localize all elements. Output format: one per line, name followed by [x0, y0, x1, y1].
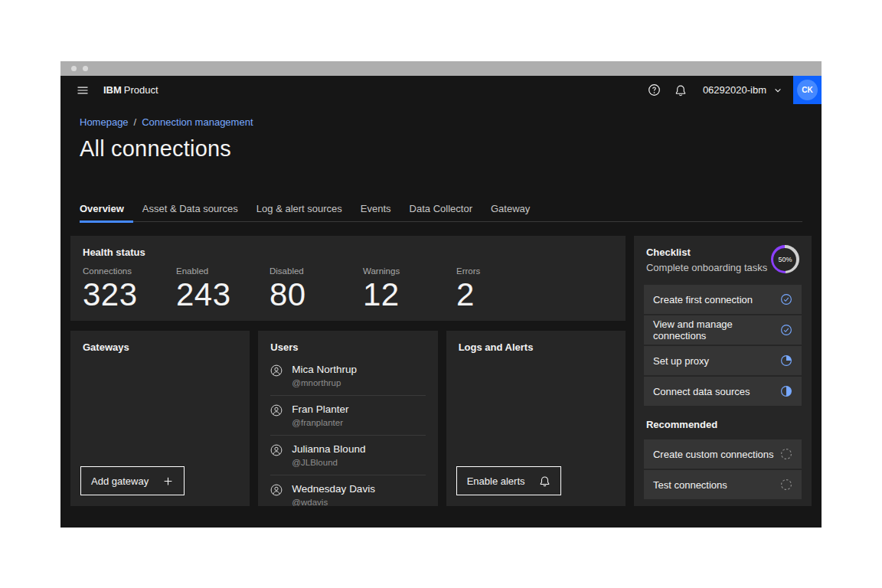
- user-handle: @JLBlound: [292, 458, 365, 467]
- user-list-item[interactable]: Mica Northrup @mnorthrup: [270, 356, 425, 395]
- checklist-item-create-custom-connections[interactable]: Create custom connections: [644, 439, 802, 469]
- health-metrics: Connections 323 Enabled 243 Disabled 80: [83, 266, 613, 313]
- person-circle-icon: [270, 484, 283, 496]
- enable-alerts-button[interactable]: Enable alerts: [456, 466, 561, 495]
- checklist-item-create-first-connection[interactable]: Create first connection: [644, 285, 802, 314]
- tab-log-alert-sources[interactable]: Log & alert sources: [247, 200, 351, 223]
- user-handle: @wdavis: [292, 498, 375, 506]
- app: IBMProduct 06292020-ibm CK H: [60, 76, 822, 528]
- progress-percent: 50%: [773, 248, 796, 271]
- main-content: Homepage/Connection management All conne…: [60, 116, 822, 506]
- user-handle: @mnorthrup: [292, 378, 357, 387]
- user-handle: @franplanter: [292, 418, 348, 427]
- help-button[interactable]: [642, 76, 668, 104]
- page-title: All connections: [80, 136, 802, 162]
- dashed-circle-icon: [780, 479, 792, 491]
- user-name: Fran Planter: [292, 403, 348, 415]
- tab-asset-data-sources[interactable]: Asset & Data sources: [133, 200, 247, 223]
- bell-icon: [539, 475, 550, 487]
- brand-prefix: IBM: [103, 84, 122, 96]
- progress-ring: 50%: [771, 245, 799, 273]
- checklist-item-connect-data-sources[interactable]: Connect data sources: [644, 377, 802, 406]
- person-circle-icon: [270, 404, 283, 416]
- header-actions: 06292020-ibm CK: [642, 76, 822, 104]
- window-control-dot[interactable]: [71, 66, 77, 71]
- logs-alerts-title: Logs and Alerts: [459, 341, 613, 353]
- metric-enabled: Enabled 243: [176, 266, 270, 313]
- breadcrumb-separator: /: [134, 116, 137, 128]
- avatar: CK: [797, 80, 818, 100]
- recommended-label: Recommended: [646, 419, 799, 430]
- checklist-item-test-connections[interactable]: Test connections: [644, 470, 802, 499]
- app-header: IBMProduct 06292020-ibm CK: [60, 76, 822, 104]
- account-name: 06292020-ibm: [703, 84, 766, 96]
- brand[interactable]: IBMProduct: [103, 84, 158, 96]
- checklist-subtitle: Complete onboarding tasks: [646, 262, 767, 273]
- avatar-button[interactable]: CK: [793, 76, 822, 104]
- check-circle-icon: [780, 324, 792, 336]
- metric-connections: Connections 323: [83, 266, 176, 313]
- tab-overview[interactable]: Overview: [80, 200, 133, 223]
- tab-data-collector[interactable]: Data Collector: [400, 200, 482, 223]
- bell-icon: [675, 84, 687, 96]
- metric-warnings: Warnings 12: [363, 266, 456, 313]
- user-name: Wednesday Davis: [292, 483, 375, 495]
- partial-circle-icon: [780, 354, 792, 367]
- user-list-item[interactable]: Julianna Blound @JLBlound: [270, 435, 425, 475]
- users-title: Users: [270, 341, 425, 353]
- user-list-item[interactable]: Wednesday Davis @wdavis: [270, 475, 425, 506]
- dashed-circle-icon: [780, 448, 792, 460]
- health-status-card: Health status Connections 323 Enabled 24…: [70, 236, 626, 321]
- brand-product-name: Product: [124, 84, 158, 96]
- checklist-item-view-manage-connections[interactable]: View and manage connections: [644, 315, 802, 345]
- health-status-title: Health status: [83, 247, 613, 258]
- checklist-card: Checklist Complete onboarding tasks 50% …: [634, 236, 812, 506]
- user-name: Mica Northrup: [292, 364, 357, 375]
- tab-bar: Overview Asset & Data sources Log & aler…: [80, 200, 802, 222]
- person-circle-icon: [270, 444, 283, 456]
- checklist-item-set-up-proxy[interactable]: Set up proxy: [644, 346, 802, 375]
- person-circle-icon: [270, 364, 283, 377]
- chevron-down-icon: [773, 86, 782, 95]
- logs-alerts-card: Logs and Alerts Enable alerts: [446, 331, 626, 506]
- hamburger-icon: [77, 84, 89, 96]
- tab-events[interactable]: Events: [351, 200, 400, 223]
- dashboard-grid: Health status Connections 323 Enabled 24…: [70, 236, 812, 506]
- plus-icon: [162, 475, 174, 487]
- breadcrumb-link-homepage[interactable]: Homepage: [80, 116, 129, 128]
- recommended-items: Create custom connections Test connectio…: [644, 439, 802, 499]
- window-control-dot[interactable]: [83, 66, 88, 71]
- user-list-item[interactable]: Fran Planter @franplanter: [270, 395, 425, 435]
- half-circle-icon: [780, 385, 792, 397]
- tab-gateway[interactable]: Gateway: [482, 200, 539, 223]
- account-menu-button[interactable]: 06292020-ibm: [703, 84, 782, 96]
- breadcrumb: Homepage/Connection management: [80, 116, 802, 128]
- checklist-items: Create first connection View and manage …: [644, 285, 802, 406]
- app-window: IBMProduct 06292020-ibm CK H: [60, 61, 822, 528]
- checklist-header: Checklist Complete onboarding tasks 50%: [644, 247, 802, 273]
- gateways-card: Gateways Add gateway: [70, 331, 250, 506]
- checklist-title: Checklist: [646, 247, 767, 258]
- metric-disabled: Disabled 80: [270, 266, 363, 313]
- help-icon: [648, 83, 661, 96]
- users-card: Users Mica Northrup @mnorthrup: [258, 331, 437, 506]
- add-gateway-button[interactable]: Add gateway: [80, 466, 185, 495]
- notifications-button[interactable]: [668, 76, 694, 104]
- user-list: Mica Northrup @mnorthrup Fran Planter @f…: [270, 356, 425, 506]
- user-name: Julianna Blound: [292, 443, 365, 455]
- gateways-title: Gateways: [83, 341, 237, 353]
- window-titlebar: [60, 61, 822, 76]
- check-circle-icon: [780, 293, 792, 305]
- hamburger-menu-button[interactable]: [70, 76, 96, 104]
- metric-errors: Errors 2: [456, 266, 550, 313]
- breadcrumb-link-connection-management[interactable]: Connection management: [142, 116, 253, 128]
